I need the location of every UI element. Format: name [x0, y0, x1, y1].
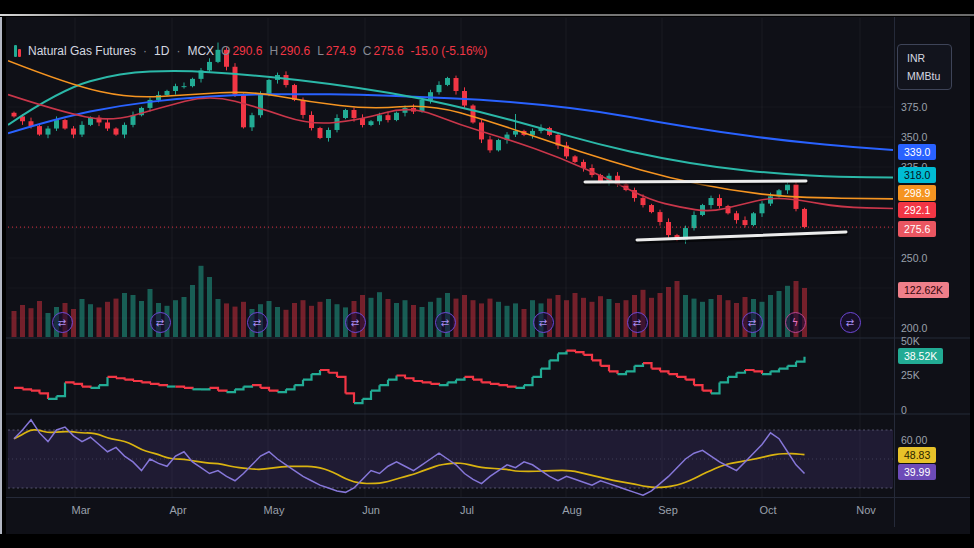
oi-step-segment — [218, 391, 227, 392]
volume-bar — [726, 300, 731, 337]
time-axis-month-label: May — [264, 504, 285, 516]
candle — [386, 115, 391, 120]
candle — [258, 95, 263, 115]
volume-bar — [284, 310, 289, 337]
oi-step-segment — [788, 362, 797, 366]
volume-bar — [666, 287, 671, 337]
oi-step-segment — [592, 360, 601, 366]
candle — [717, 198, 722, 206]
oi-step-segment — [686, 380, 695, 386]
contract-rollover-icon[interactable]: ⇄ — [435, 312, 456, 333]
rsi-pane — [8, 420, 893, 495]
volume-bar — [411, 305, 416, 337]
contract-rollover-icon[interactable]: ⇄ — [150, 312, 171, 333]
oi-step-segment — [635, 363, 644, 366]
oi-step-segment — [431, 384, 440, 385]
symbol-logo-icon — [14, 45, 21, 57]
volume-bar — [318, 302, 323, 337]
event-lightning-icon[interactable]: ϟ — [785, 312, 806, 333]
volume-bar — [658, 293, 663, 337]
volume-value-badge: 122.62K — [898, 282, 949, 298]
volume-bar — [386, 299, 391, 337]
volume-bar — [309, 306, 314, 337]
candle — [369, 121, 374, 125]
volume-bar — [122, 293, 127, 337]
time-axis-month-label: Nov — [856, 504, 876, 516]
oi-step-segment — [371, 385, 380, 391]
oi-step-segment — [14, 388, 23, 389]
oi-step-segment — [584, 355, 593, 361]
time-axis-month-label: Apr — [169, 504, 186, 516]
oi-step-segment — [346, 393, 355, 403]
volume-bar — [590, 302, 595, 337]
oi-step-segment — [456, 377, 465, 380]
volume-bar — [224, 303, 229, 337]
oi-step-segment — [227, 389, 236, 392]
trendline-drawing[interactable] — [585, 181, 806, 182]
volume-bar — [335, 304, 340, 337]
axis-tick: 60.00 — [901, 434, 927, 446]
symbol-title[interactable]: Natural Gas Futures — [28, 44, 136, 58]
candle — [250, 115, 255, 127]
candle — [658, 212, 663, 222]
volume-bar — [488, 299, 493, 337]
rsi-ma-value-badge: 48.83 — [898, 447, 936, 463]
interval-label[interactable]: 1D — [154, 44, 169, 58]
contract-rollover-icon[interactable]: ⇄ — [52, 312, 73, 333]
contract-rollover-icon[interactable]: ⇄ — [840, 312, 861, 333]
contract-rollover-icon[interactable]: ⇄ — [345, 312, 366, 333]
oi-step-segment — [779, 366, 788, 369]
candle — [454, 78, 459, 91]
candle — [173, 86, 178, 91]
oi-step-segment — [363, 391, 372, 399]
candle — [71, 129, 76, 135]
oi-step-segment — [150, 384, 159, 385]
contract-rollover-icon[interactable]: ⇄ — [533, 312, 554, 333]
candle — [182, 86, 187, 87]
volume-bar — [182, 297, 187, 337]
volume-bar — [496, 302, 501, 337]
oi-step-segment — [244, 385, 253, 386]
chart-canvas[interactable] — [0, 0, 974, 548]
candle — [471, 106, 476, 123]
candle — [335, 118, 340, 130]
candle — [802, 209, 807, 227]
contract-rollover-icon[interactable]: ⇄ — [742, 312, 763, 333]
oi-step-segment — [91, 385, 100, 388]
ma-fast-value-badge: 292.1 — [898, 202, 936, 218]
candle — [666, 222, 671, 235]
volume-bar — [173, 300, 178, 337]
price-pane — [8, 43, 893, 337]
oi-step-segment — [533, 369, 542, 377]
oi-step-segment — [184, 388, 193, 389]
time-axis-month-label: Mar — [72, 504, 91, 516]
volume-bar — [233, 307, 238, 337]
contract-rollover-icon[interactable]: ⇄ — [247, 312, 268, 333]
volume-bar — [80, 299, 85, 337]
oi-step-segment — [482, 382, 491, 383]
volume-bar — [573, 293, 578, 337]
oi-step-segment — [269, 391, 278, 392]
volume-bar — [46, 313, 51, 337]
exchange-label: MCX — [187, 44, 214, 58]
axis-tick: 25K — [901, 369, 920, 381]
oi-step-segment — [490, 384, 499, 385]
change-value: -15.0 (-5.16%) — [411, 44, 488, 58]
contract-rollover-icon[interactable]: ⇄ — [627, 312, 648, 333]
candle — [445, 78, 450, 85]
volume-bar — [522, 309, 527, 337]
candle — [428, 92, 433, 100]
volume-bar — [675, 281, 680, 337]
volume-bar — [734, 303, 739, 337]
time-axis[interactable] — [6, 497, 970, 527]
oi-step-segment — [643, 363, 652, 369]
ma-mid-value-badge: 298.9 — [898, 185, 936, 201]
oi-step-segment — [609, 371, 618, 374]
volume-bar — [598, 296, 603, 337]
volume-bar — [97, 307, 102, 337]
volume-bar — [479, 303, 484, 337]
oi-step-segment — [380, 380, 389, 386]
candle — [573, 156, 578, 162]
oi-step-segment — [737, 370, 746, 373]
symbol-legend[interactable]: Natural Gas Futures · 1D · MCX O 290.6 H… — [14, 44, 487, 58]
